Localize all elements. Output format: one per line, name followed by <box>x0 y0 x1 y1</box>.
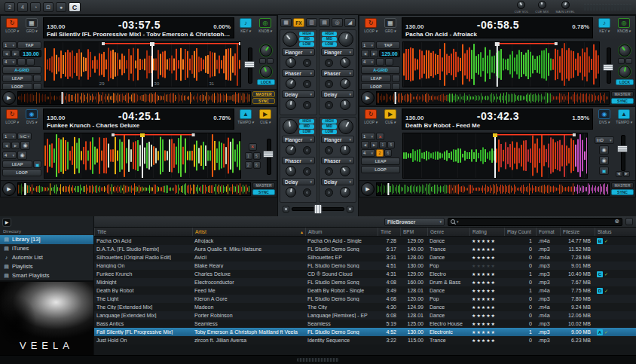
loop-size-select[interactable]: 1▾ <box>361 133 375 140</box>
track-row[interactable]: Funkee KrunchCharles DeluxeCD ® Sound Cl… <box>94 270 636 278</box>
phaser-on-button[interactable] <box>303 167 311 176</box>
delay-amount-knob[interactable] <box>286 187 296 197</box>
hotcue-1-button[interactable]: 1 <box>245 152 252 160</box>
move-forward-button[interactable] <box>26 58 35 66</box>
pitch-fader[interactable] <box>602 47 614 82</box>
laptop-icon[interactable]: ▣ <box>599 167 609 175</box>
rating-stars[interactable]: ★★★★★ <box>472 322 496 326</box>
hotcue-6-button[interactable]: 6 <box>253 161 261 169</box>
hotcue-2-button[interactable]: 2 <box>245 161 252 169</box>
column-header-rating[interactable]: Rating <box>469 228 504 236</box>
rating-stars[interactable]: ★★★★★ <box>472 338 496 343</box>
key-reset-button[interactable] <box>267 58 274 64</box>
delay-on-button[interactable] <box>303 188 311 197</box>
hotcue-5-button[interactable]: 5 <box>253 152 261 160</box>
key-knob[interactable] <box>619 66 631 78</box>
deck-b-waveform[interactable] <box>402 41 600 87</box>
metronome-icon[interactable]: ◔ <box>30 2 41 12</box>
hotcue-1-button[interactable]: 1 <box>379 141 387 148</box>
rating-stars[interactable]: ★★★★★ <box>472 264 496 268</box>
leap-option-button[interactable] <box>33 75 41 82</box>
crossfader[interactable] <box>292 207 344 211</box>
gain-knob[interactable] <box>283 32 298 47</box>
tempo-fader[interactable] <box>616 135 628 170</box>
loop-size-select[interactable]: 1▾ <box>2 41 17 49</box>
gain-knob[interactable] <box>338 32 353 47</box>
phaser-effect-select[interactable]: Phaser▾ <box>282 69 315 77</box>
flanger-on-button[interactable] <box>325 146 333 154</box>
tab-recorder-icon[interactable]: ◎ <box>332 18 343 27</box>
delay-effect-select[interactable]: Delay▾ <box>321 178 354 185</box>
loop-mode-icon[interactable]: ↻ LOOP▾ <box>362 109 380 124</box>
delay-amount-knob[interactable] <box>286 99 296 110</box>
key-reset-button[interactable] <box>625 58 632 64</box>
flanger-effect-select[interactable]: Flanger▾ <box>282 48 315 56</box>
deck-c-waveform[interactable] <box>44 133 241 179</box>
search-scope-icon[interactable]: ▾ <box>457 219 459 224</box>
delay-amount-knob[interactable] <box>340 99 350 110</box>
auto-grid-button[interactable]: A-GRID <box>2 66 41 74</box>
mid-eq-pill[interactable]: MID <box>322 124 337 129</box>
rating-stars[interactable]: ★★★★★ <box>472 280 496 285</box>
cruise-logo[interactable]: C <box>69 2 81 12</box>
track-overview-stripe[interactable] <box>376 182 610 196</box>
rating-stars[interactable]: ★★★★★ <box>472 272 496 277</box>
phaser-on-button[interactable] <box>325 167 333 176</box>
input-select[interactable]: InC▾ <box>17 133 32 140</box>
dvs-mode-icon[interactable]: ◉ DVS▾ <box>595 109 613 124</box>
search-clear-icon[interactable]: ⊗ <box>614 219 619 225</box>
track-row[interactable]: D.A.T.A. [FL Studio Remix]Aura Qualic ft… <box>94 245 636 253</box>
tab-layout-icon[interactable]: ▦ <box>280 18 292 27</box>
master-button[interactable]: MASTER <box>252 182 275 188</box>
bpm-edit-value[interactable]: 130.00 <box>20 50 41 57</box>
sidebar-item-playlists[interactable]: ▤Playlists <box>0 262 93 271</box>
loop-mode-icon[interactable]: ↻ LOOP▾ <box>3 18 21 33</box>
sidebar-item-itunes[interactable]: ▤iTunes <box>0 244 93 253</box>
nudge-back-button[interactable]: ◀ <box>2 142 11 149</box>
flanger-on-button[interactable] <box>303 59 311 67</box>
turntable-icon[interactable]: ◉ <box>20 141 30 150</box>
laptop-icon[interactable]: ▣ <box>33 161 41 168</box>
rating-stars[interactable]: ★★★★★ <box>472 247 496 252</box>
high-eq-pill[interactable]: HIGH <box>322 119 337 124</box>
tap-button[interactable]: TAP <box>376 41 400 49</box>
leap-button[interactable]: LEAP <box>2 75 32 82</box>
move-back-button[interactable] <box>17 58 26 66</box>
rating-stars[interactable]: ★★★★★ <box>472 297 496 301</box>
grid-mode-icon[interactable]: ▦ GRD▾ <box>23 18 41 33</box>
cue-mode-icon[interactable]: ▶ CUE▾ <box>256 109 274 124</box>
column-header-artist[interactable]: Artist▲ <box>192 228 305 236</box>
track-row[interactable]: Just Hold Onzircon ft. Jillian AversaIde… <box>94 336 636 344</box>
track-row[interactable]: Death By RobotFeed MeDeath By Robot - Si… <box>94 286 636 295</box>
low-eq-pill[interactable]: LOW <box>322 42 337 47</box>
key-mode-icon[interactable]: ♪ KEY▾ <box>237 18 255 33</box>
tab-mixer-icon[interactable]: ▥ <box>306 18 317 27</box>
delete-cue-icon[interactable]: × <box>376 133 384 140</box>
auto-grid-button[interactable]: A-GRID <box>361 66 400 74</box>
cue-mode-icon[interactable]: ▶ CUE▾ <box>381 109 399 124</box>
sync-button[interactable]: SYNC <box>611 98 634 104</box>
track-row[interactable]: Language [Extended Mix]Porter RobinsonLa… <box>94 311 636 320</box>
dvs-mode-icon[interactable]: ◉ DVS▾ <box>23 109 41 124</box>
cue-vol-knob[interactable]: CUE VOL <box>514 1 528 14</box>
nudge-back-button[interactable]: ◀ <box>361 141 369 148</box>
flanger-amount-knob[interactable] <box>286 57 296 68</box>
main-level-knob[interactable]: MAIN LEVEL <box>555 1 575 14</box>
cue-mix-knob[interactable]: CUE MIX <box>535 1 549 14</box>
high-eq-pill[interactable]: HIGH <box>322 32 337 36</box>
quantize-4-button[interactable]: 4 <box>17 2 28 12</box>
phaser-on-button[interactable] <box>325 80 333 88</box>
column-header-bpm[interactable]: BPM <box>400 228 427 236</box>
tab-fx-icon[interactable]: FX <box>293 18 304 27</box>
deck-a-waveform[interactable]: 29 30 31 <box>44 41 241 87</box>
nudge-forward-button[interactable]: ▶ <box>11 142 20 149</box>
rating-stars[interactable]: ★★★★★ <box>472 330 496 335</box>
leap-option-button[interactable] <box>392 75 400 82</box>
column-header-plays[interactable]: Play Count <box>504 228 536 236</box>
track-overview-stripe[interactable] <box>17 182 251 196</box>
column-header-time[interactable]: Time <box>378 228 400 236</box>
rating-stars[interactable]: ★★★★★ <box>472 314 496 318</box>
high-eq-pill[interactable]: HIGH <box>299 119 314 124</box>
flanger-amount-knob[interactable] <box>286 145 296 155</box>
move-size-select[interactable]: 4▾ <box>361 58 375 66</box>
